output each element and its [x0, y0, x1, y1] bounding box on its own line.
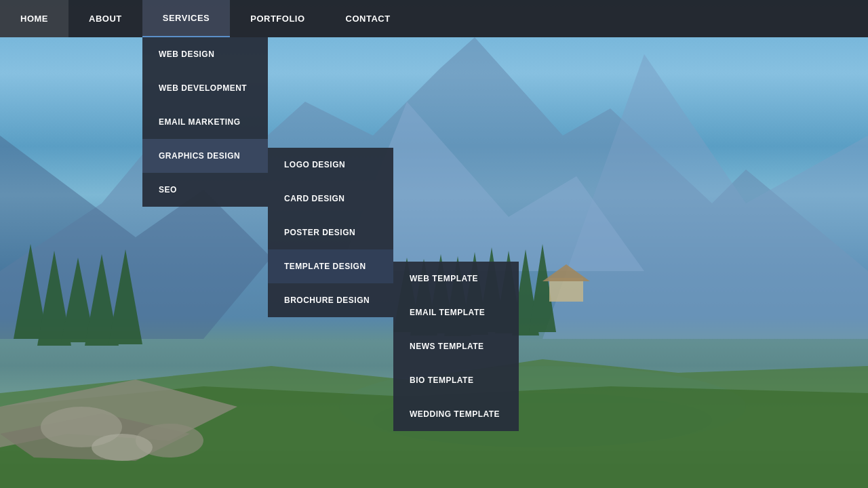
template-web[interactable]: WEB TEMPLATE	[393, 262, 519, 296]
services-web-design[interactable]: WEB DESIGN	[142, 37, 268, 71]
services-email-marketing[interactable]: EMAIL MARKETING	[142, 105, 268, 139]
template-email[interactable]: EMAIL TEMPLATE	[393, 296, 519, 329]
graphics-poster-design[interactable]: POSTER DESIGN	[268, 216, 393, 249]
template-news[interactable]: NEWS TEMPLATE	[393, 329, 519, 363]
template-bio[interactable]: BIO TEMPLATE	[393, 363, 519, 397]
nav-contact[interactable]: CONTACT	[326, 0, 411, 37]
navbar: HOME ABOUT SERVICES PORTFOLIO CONTACT	[0, 0, 868, 37]
services-seo[interactable]: SEO	[142, 173, 268, 207]
template-wedding[interactable]: WEDDING TEMPLATE	[393, 397, 519, 431]
nav-home[interactable]: HOME	[0, 0, 68, 37]
graphics-template-design[interactable]: TEMPLATE DESIGN	[268, 249, 393, 283]
nav-about[interactable]: ABOUT	[68, 0, 142, 37]
template-dropdown-l3: WEB TEMPLATE EMAIL TEMPLATE NEWS TEMPLAT…	[393, 262, 519, 431]
graphics-card-design[interactable]: CARD DESIGN	[268, 182, 393, 216]
services-graphics-design[interactable]: GRAPHICS DESIGN	[142, 139, 268, 173]
svg-point-29	[92, 434, 153, 461]
graphics-dropdown-l2: LOGO DESIGN CARD DESIGN POSTER DESIGN TE…	[268, 148, 393, 317]
svg-rect-25	[549, 278, 583, 302]
graphics-brochure-design[interactable]: BROCHURE DESIGN	[268, 283, 393, 317]
services-dropdown-l1: WEB DESIGN WEB DEVELOPMENT EMAIL MARKETI…	[142, 37, 268, 207]
services-web-development[interactable]: WEB DEVELOPMENT	[142, 71, 268, 105]
nav-portfolio[interactable]: PORTFOLIO	[230, 0, 325, 37]
nav-services[interactable]: SERVICES	[142, 0, 231, 37]
graphics-logo-design[interactable]: LOGO DESIGN	[268, 148, 393, 182]
